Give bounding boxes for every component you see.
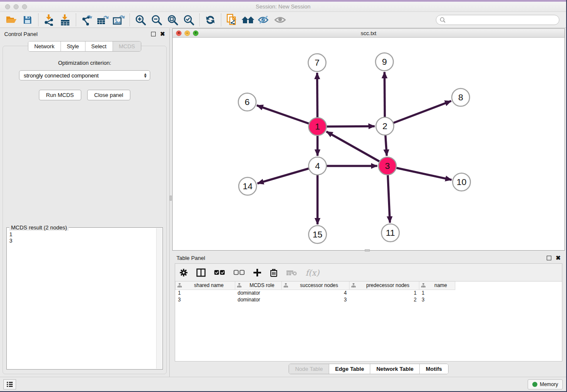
- tab-network[interactable]: Network: [28, 41, 61, 51]
- network-graph: 7968124314101511: [173, 38, 564, 250]
- application-window: Session: New Session: [0, 0, 567, 392]
- task-history-button[interactable]: [3, 379, 16, 389]
- eye-slash-icon: [258, 15, 270, 25]
- table-cell[interactable]: 2: [350, 296, 419, 303]
- export-network-icon: [81, 14, 93, 26]
- import-table-button[interactable]: [57, 13, 73, 27]
- search-icon: [440, 17, 446, 23]
- save-session-button[interactable]: [19, 13, 36, 27]
- zoom-in-button[interactable]: [132, 13, 149, 27]
- close-panel-icon[interactable]: ✖: [160, 31, 165, 37]
- graph-node-label: 9: [382, 57, 387, 67]
- export-table-button[interactable]: [95, 13, 111, 27]
- select-all-button[interactable]: [214, 270, 225, 276]
- table-cell[interactable]: 4: [282, 290, 350, 296]
- column-header-MCDS-role[interactable]: MCDS role: [235, 282, 282, 290]
- table-cell[interactable]: dominator: [235, 296, 282, 303]
- import-network-button[interactable]: [41, 13, 57, 27]
- apply-layout-button[interactable]: [202, 13, 218, 27]
- graph-edge-2-8[interactable]: [385, 101, 451, 126]
- deselect-all-button[interactable]: [234, 270, 245, 276]
- table-row[interactable]: 3dominator323: [176, 296, 562, 303]
- table-cell[interactable]: 1: [176, 290, 235, 296]
- toolbar-separator: [76, 14, 76, 26]
- node-table-frame: f(x) shared nameMCDS rolesuccessor nodes…: [175, 263, 562, 362]
- tab-node-table[interactable]: Node Table: [289, 364, 329, 374]
- control-panel-header: Control Panel ✖: [0, 28, 169, 39]
- graph-node-label: 6: [245, 97, 250, 107]
- tab-style[interactable]: Style: [61, 41, 85, 51]
- memory-status-dot: [532, 382, 537, 387]
- tab-select[interactable]: Select: [85, 41, 113, 51]
- import-table-icon: [60, 14, 71, 26]
- column-panel-icon: [196, 268, 206, 277]
- table-row[interactable]: 1dominator411: [176, 290, 562, 296]
- delete-table-button[interactable]: [286, 269, 297, 276]
- table-cell[interactable]: 1: [419, 290, 455, 296]
- table-panel-header: Table Panel ✖: [172, 252, 565, 263]
- criterion-dropdown[interactable]: strongly connected component ▲▼: [19, 70, 150, 80]
- table-cell[interactable]: 3: [176, 296, 235, 303]
- graph-edge-1-6[interactable]: [257, 105, 317, 127]
- first-neighbors-button[interactable]: [240, 13, 256, 27]
- zoom-out-button[interactable]: [149, 13, 165, 27]
- graph-edge-3-1[interactable]: [326, 132, 387, 166]
- function-builder-button[interactable]: f(x): [306, 268, 319, 277]
- column-header-successor-nodes[interactable]: successor nodes: [282, 282, 350, 290]
- table-panel-title: Table Panel: [176, 255, 205, 261]
- vertical-splitter-handle[interactable]: [170, 196, 172, 201]
- network-canvas[interactable]: 7968124314101511: [173, 38, 564, 250]
- zoom-fit-button[interactable]: [165, 13, 181, 27]
- open-session-button[interactable]: [3, 13, 19, 27]
- control-panel: Control Panel ✖ Network Style Select MCD…: [0, 28, 170, 377]
- graph-node-label: 7: [315, 58, 320, 68]
- column-header-shared-name[interactable]: shared name: [176, 282, 235, 290]
- column-header-predecessor-nodes[interactable]: predecessor nodes: [350, 282, 419, 290]
- zoom-out-icon: [151, 14, 162, 25]
- tab-motifs[interactable]: Motifs: [420, 364, 448, 374]
- float-panel-icon[interactable]: [151, 32, 156, 36]
- table-cell[interactable]: 1: [350, 290, 419, 296]
- run-mcds-button[interactable]: Run MCDS: [39, 90, 81, 100]
- hide-selected-button[interactable]: [256, 13, 272, 27]
- table-tab-strip: Node Table Edge Table Network Table Moti…: [172, 364, 565, 374]
- graph-node-label: 8: [458, 93, 463, 102]
- show-column-panel-button[interactable]: [196, 268, 206, 277]
- main-area: Control Panel ✖ Network Style Select MCD…: [0, 28, 566, 377]
- search-field[interactable]: [436, 15, 559, 25]
- zoom-fit-icon: [167, 14, 178, 25]
- table-cell-empty: [455, 296, 562, 303]
- close-panel-button[interactable]: Close panel: [87, 90, 131, 100]
- table-cell[interactable]: 3: [282, 296, 350, 303]
- add-column-button[interactable]: [253, 268, 261, 277]
- graph-edge-3-10[interactable]: [388, 166, 452, 180]
- network-window-titlebar[interactable]: ✕ − + scc.txt: [173, 29, 564, 38]
- table-cell[interactable]: 3: [419, 296, 455, 303]
- tab-mcds[interactable]: MCDS: [113, 41, 141, 51]
- close-table-panel-icon[interactable]: ✖: [556, 255, 561, 261]
- column-header-name[interactable]: name: [419, 282, 455, 290]
- float-table-panel-icon[interactable]: [547, 256, 551, 260]
- main-toolbar: [0, 12, 566, 28]
- table-options-button[interactable]: [179, 268, 188, 277]
- horizontal-splitter-handle[interactable]: [365, 249, 370, 251]
- houses-icon: [241, 15, 255, 25]
- show-all-button[interactable]: [272, 13, 288, 27]
- export-network-button[interactable]: [79, 13, 95, 27]
- export-image-button[interactable]: [111, 13, 127, 27]
- eye-icon: [274, 15, 286, 25]
- tree-icon: [421, 283, 426, 287]
- table-cell[interactable]: dominator: [235, 290, 282, 296]
- zoom-in-icon: [135, 14, 146, 25]
- tab-network-table[interactable]: Network Table: [370, 364, 420, 374]
- result-scrollbar[interactable]: [156, 228, 162, 369]
- search-input[interactable]: [448, 17, 556, 23]
- zoom-selected-button[interactable]: [181, 13, 197, 27]
- tree-icon: [351, 283, 356, 287]
- clone-network-button[interactable]: [224, 13, 240, 27]
- tab-edge-table[interactable]: Edge Table: [329, 364, 370, 374]
- delete-column-button[interactable]: [270, 268, 278, 277]
- mcds-result-group: MCDS result (2 nodes) 1 3: [6, 227, 163, 370]
- memory-button[interactable]: Memory: [528, 379, 563, 389]
- graph-node-label: 4: [315, 161, 320, 171]
